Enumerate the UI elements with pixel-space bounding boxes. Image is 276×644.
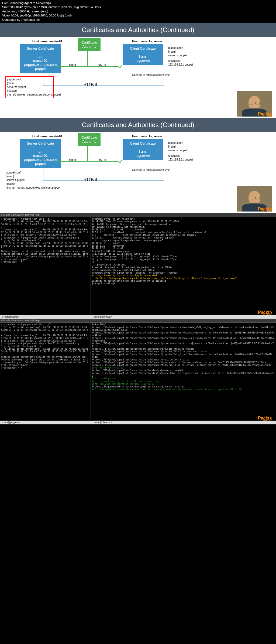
connect-label: Connect to https://puppet:8140/ — [132, 168, 170, 171]
timestamp: 00:07:37 — [263, 418, 272, 421]
video-info: File: Connecting Agent to Server.mp4 Siz… — [0, 0, 276, 23]
terminal-left-pane[interactable]: [root@puppet ~]# puppet cert list --all … — [0, 322, 90, 420]
slide-title: Certificates and Authorities (Continued) — [0, 23, 276, 37]
terminal-menu[interactable]: File Edit View Search Terminal Help — [0, 319, 276, 323]
line — [43, 86, 164, 86]
terminal-2: File Edit View Search Terminal Help [roo… — [0, 319, 276, 424]
puppet-conf-left: puppet.conf: [main] server = puppet [mas… — [5, 170, 59, 191]
server-cert-box: Server Certificate I am: master01 puppet… — [20, 44, 61, 73]
https-label: HTTP/S — [84, 177, 97, 182]
slide-1: Certificates and Authorities (Continued)… — [0, 23, 276, 118]
etc-hosts-right: /etc/hosts: 192.168.1.11 puppet — [167, 153, 205, 163]
slide-title: Certificates and Authorities (Continued) — [0, 118, 276, 132]
line — [59, 66, 119, 67]
hostname-logserver: Host name: logserver — [132, 135, 162, 138]
timestamp: 00:03:48 — [263, 210, 272, 212]
line — [59, 161, 119, 162]
hostname-logserver: Host name: logserver — [132, 40, 162, 43]
line — [87, 50, 88, 66]
terminal-status: 0 root@puppet:~ 1 root@client01:~ — [0, 315, 276, 319]
puppet-conf-right: puppet.conf: [main] server = puppet — [167, 140, 205, 154]
terminal-1: File Edit View Search Terminal Help [roo… — [0, 213, 276, 319]
check-icon: ✓ — [119, 158, 123, 165]
terminal-menu[interactable]: File Edit View Search Terminal Help — [0, 213, 276, 217]
ca-box: Certificate Authority — [78, 38, 101, 51]
hostname-master: Host name: master01 — [32, 40, 62, 43]
check-icon: ✓ — [55, 63, 60, 70]
client-cert-box: Client Certificate I am: logserver — [123, 139, 163, 160]
hostname-master: Host name: master01 — [32, 135, 62, 138]
server-cert-box: Server Certificate I am: master01 puppet… — [20, 139, 61, 168]
signs-label: signs — [69, 158, 76, 161]
ca-box: Certificate Authority — [78, 133, 101, 146]
timestamp: 00:06:57 — [263, 313, 272, 315]
check-icon: ✓ — [119, 63, 123, 70]
terminal-right-pane[interactable]: 0c9bdc066b' Notice: /File[/opt/puppetlab… — [91, 322, 276, 420]
diagram-area: Host name: master01 Host name: logserver… — [0, 132, 276, 213]
etc-hosts-right: /etc/hosts: 192.168.1.11 puppet — [167, 58, 205, 68]
terminal-right-pane[interactable]: [root@client01 ~]# cat /etc/hosts ## HEA… — [91, 217, 276, 314]
check-icon: ✓ — [55, 158, 60, 165]
connect-label: Connect to https://puppet:8140/ — [132, 73, 170, 76]
timestamp: 00:01:58 — [263, 115, 272, 117]
puppet-conf-left: puppet.conf: [main] server = puppet [mas… — [5, 76, 54, 98]
signs-label: signs — [98, 158, 106, 161]
slide-2: Certificates and Authorities (Continued)… — [0, 118, 276, 213]
line — [87, 145, 88, 161]
terminal-left-pane[interactable]: [root@puppet ~]# puppet cert list --all … — [0, 217, 90, 314]
signs-label: signs — [98, 63, 106, 66]
terminal-status: 0 root@puppet:~ 1 root@client01:~ — [0, 421, 276, 424]
client-cert-box: Client Certificate I am: logserver — [123, 44, 163, 65]
puppet-conf-right: puppet.conf: [main] server = puppet — [167, 45, 205, 59]
signs-label: signs — [69, 63, 76, 66]
line — [43, 180, 164, 181]
diagram-area: Host name: master01 Host name: logserver… — [0, 37, 276, 118]
https-label: HTTP/S — [84, 82, 97, 87]
